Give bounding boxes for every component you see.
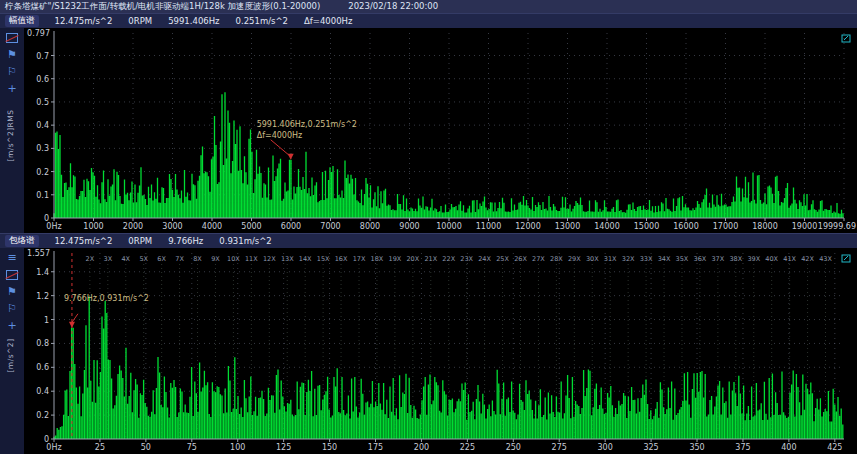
svg-text:19999.69: 19999.69 bbox=[818, 222, 856, 231]
svg-text:14000: 14000 bbox=[594, 222, 619, 231]
svg-text:8X: 8X bbox=[193, 255, 202, 263]
svg-text:15000: 15000 bbox=[634, 222, 659, 231]
svg-text:1.2: 1.2 bbox=[36, 292, 49, 301]
harmonic-flag-tool-icon[interactable]: ⚐ bbox=[4, 64, 20, 79]
svg-text:31X: 31X bbox=[604, 255, 617, 263]
timestamp: 2023/02/18 22:00:00 bbox=[348, 0, 438, 13]
cursor-flag-tool-icon[interactable]: ⚑ bbox=[4, 284, 20, 299]
svg-text:12X: 12X bbox=[263, 255, 276, 263]
envelope-spectrum-plot[interactable]: 2X3X4X5X6X7X8X9X10X11X12X13X14X15X16X17X… bbox=[24, 248, 857, 454]
svg-text:0.797: 0.797 bbox=[27, 29, 50, 38]
svg-text:5000: 5000 bbox=[241, 222, 261, 231]
svg-text:0.4: 0.4 bbox=[36, 121, 49, 130]
svg-text:275: 275 bbox=[552, 443, 567, 452]
svg-text:3000: 3000 bbox=[162, 222, 182, 231]
svg-text:38X: 38X bbox=[729, 255, 742, 263]
svg-text:29X: 29X bbox=[568, 255, 581, 263]
svg-text:0Hz: 0Hz bbox=[46, 222, 61, 231]
svg-text:9X: 9X bbox=[211, 255, 220, 263]
svg-text:425: 425 bbox=[827, 443, 842, 452]
svg-text:41X: 41X bbox=[783, 255, 796, 263]
svg-text:21X: 21X bbox=[424, 255, 437, 263]
svg-text:37X: 37X bbox=[711, 255, 724, 263]
svg-text:18000: 18000 bbox=[752, 222, 777, 231]
svg-text:43X: 43X bbox=[819, 255, 832, 263]
svg-text:3X: 3X bbox=[104, 255, 113, 263]
svg-text:2X: 2X bbox=[86, 255, 95, 263]
svg-text:7000: 7000 bbox=[320, 222, 340, 231]
overall-value: 12.475m/s^2 bbox=[55, 16, 113, 26]
svg-text:36X: 36X bbox=[694, 255, 707, 263]
svg-text:400: 400 bbox=[781, 443, 796, 452]
spectrum-type-label[interactable]: 包络谱 bbox=[5, 235, 39, 247]
svg-text:13000: 13000 bbox=[555, 222, 580, 231]
svg-text:375: 375 bbox=[735, 443, 750, 452]
svg-text:75: 75 bbox=[187, 443, 197, 452]
svg-text:0.6: 0.6 bbox=[36, 75, 49, 84]
svg-text:24X: 24X bbox=[478, 255, 491, 263]
svg-text:30X: 30X bbox=[586, 255, 599, 263]
svg-text:35X: 35X bbox=[676, 255, 689, 263]
svg-text:2000: 2000 bbox=[123, 222, 143, 231]
title-bar: 柠条塔煤矿"/S1232工作面/转载机/电机非驱动端1H/128k 加速度波形(… bbox=[0, 0, 857, 13]
svg-text:39X: 39X bbox=[747, 255, 760, 263]
envelope-toolbar: ≡⚑⚐+[m/s^2] bbox=[0, 248, 24, 454]
svg-text:10000: 10000 bbox=[436, 222, 461, 231]
svg-text:42X: 42X bbox=[801, 255, 814, 263]
svg-text:0.7: 0.7 bbox=[36, 52, 49, 61]
svg-text:12000: 12000 bbox=[515, 222, 540, 231]
harmonic-flag-tool-icon[interactable]: ⚐ bbox=[4, 301, 20, 316]
rpm-value: 0RPM bbox=[128, 236, 152, 246]
svg-text:225: 225 bbox=[460, 443, 475, 452]
spectrum-trace bbox=[54, 92, 843, 218]
svg-text:4X: 4X bbox=[121, 255, 130, 263]
cursor-flag-tool-icon[interactable]: ⚑ bbox=[4, 47, 20, 62]
svg-text:11000: 11000 bbox=[476, 222, 501, 231]
svg-text:17X: 17X bbox=[353, 255, 366, 263]
zoom-region-tool-icon[interactable] bbox=[4, 30, 20, 45]
svg-text:150: 150 bbox=[322, 443, 337, 452]
cursor-amplitude: 0.251m/s^2 bbox=[236, 16, 288, 26]
amplitude-spectrum-plot[interactable]: 00.10.20.30.40.50.60.70.7970Hz1000200030… bbox=[24, 28, 857, 233]
svg-text:0.5: 0.5 bbox=[36, 98, 49, 107]
spectrum-trace bbox=[54, 296, 843, 439]
overall-value: 12.475m/s^2 bbox=[55, 236, 113, 246]
svg-text:17000: 17000 bbox=[713, 222, 738, 231]
envelope-chart-body: ≡⚑⚐+[m/s^2] 2X3X4X5X6X7X8X9X10X11X12X13X… bbox=[0, 248, 857, 454]
cursor-frequency: 5991.406Hz bbox=[168, 16, 219, 26]
amplitude-spectrum-panel: 幅值谱 12.475m/s^2 0RPM 5991.406Hz 0.251m/s… bbox=[0, 13, 857, 233]
list-tool-icon[interactable]: ≡ bbox=[4, 250, 20, 265]
cursor-frequency: 9.766Hz bbox=[168, 236, 203, 246]
zoom-region-tool-icon[interactable] bbox=[4, 267, 20, 282]
pan-tool-icon[interactable]: + bbox=[4, 318, 20, 333]
amplitude-spectrum-header: 幅值谱 12.475m/s^2 0RPM 5991.406Hz 0.251m/s… bbox=[0, 13, 857, 28]
svg-text:0Hz: 0Hz bbox=[46, 443, 61, 452]
svg-text:27X: 27X bbox=[532, 255, 545, 263]
svg-text:1: 1 bbox=[44, 316, 49, 325]
expand-icon[interactable] bbox=[842, 255, 850, 262]
cursor-annotation: 9.766Hz,0.931m/s^2 bbox=[64, 294, 149, 303]
svg-text:18X: 18X bbox=[371, 255, 384, 263]
cursor-amplitude: 0.931m/s^2 bbox=[219, 236, 271, 246]
svg-text:0.6: 0.6 bbox=[36, 363, 49, 372]
pan-tool-icon[interactable]: + bbox=[4, 81, 20, 96]
measurement-path: 柠条塔煤矿"/S1232工作面/转载机/电机非驱动端1H/128k 加速度波形(… bbox=[5, 0, 320, 13]
svg-text:Δf=4000Hz: Δf=4000Hz bbox=[257, 131, 303, 140]
svg-text:32X: 32X bbox=[622, 255, 635, 263]
svg-text:8000: 8000 bbox=[360, 222, 380, 231]
amplitude-toolbar: ⚑⚐+[m/s^2]RMS bbox=[0, 28, 24, 233]
svg-text:19000: 19000 bbox=[792, 222, 817, 231]
app-window: 柠条塔煤矿"/S1232工作面/转载机/电机非驱动端1H/128k 加速度波形(… bbox=[0, 0, 857, 454]
svg-text:7X: 7X bbox=[175, 255, 184, 263]
spectrum-type-label[interactable]: 幅值谱 bbox=[5, 15, 39, 27]
svg-text:16000: 16000 bbox=[673, 222, 698, 231]
svg-text:9000: 9000 bbox=[399, 222, 419, 231]
svg-text:350: 350 bbox=[689, 443, 704, 452]
expand-icon[interactable] bbox=[842, 35, 850, 42]
svg-text:20X: 20X bbox=[406, 255, 419, 263]
svg-text:25X: 25X bbox=[496, 255, 509, 263]
amplitude-chart-body: ⚑⚐+[m/s^2]RMS 00.10.20.30.40.50.60.70.79… bbox=[0, 28, 857, 233]
svg-text:19X: 19X bbox=[389, 255, 402, 263]
svg-text:11X: 11X bbox=[245, 255, 258, 263]
svg-text:25: 25 bbox=[95, 443, 105, 452]
